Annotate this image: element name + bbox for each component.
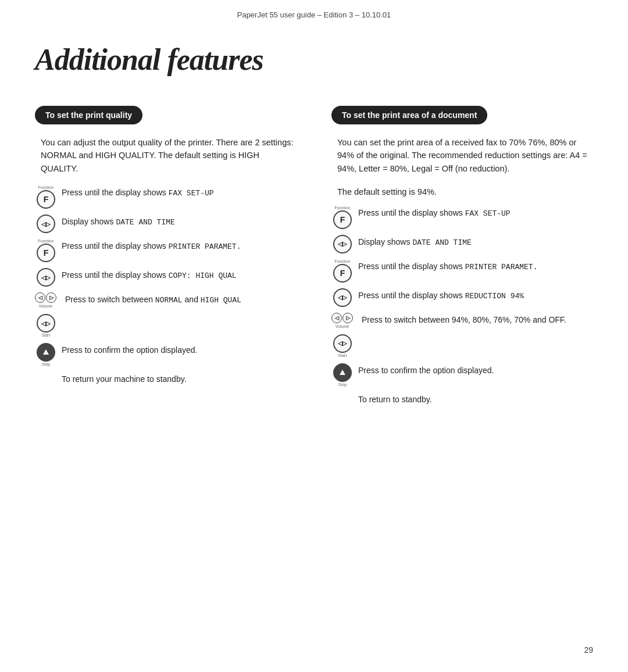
r-stop-icon-1: Stop bbox=[331, 363, 354, 387]
left-step-2: ◁▷ Display shows DATE AND TIME bbox=[35, 215, 297, 233]
right-step-3: Function F Press until the display shows… bbox=[331, 259, 593, 283]
svg-marker-0 bbox=[43, 349, 49, 355]
volume-icon-1: ◁ ▷ Volume bbox=[35, 292, 60, 308]
right-step-4: ◁▷ Press until the display shows REDUCTI… bbox=[331, 288, 593, 307]
right-intro1: You can set the print area of a received… bbox=[331, 136, 593, 175]
left-step-6: ◁▷ Start bbox=[35, 314, 297, 337]
page-header: PaperJet 55 user guide – Edition 3 – 10.… bbox=[0, 0, 628, 25]
nav-icon-1: ◁▷ bbox=[35, 215, 57, 233]
right-step-2: ◁▷ Display shows DATE AND TIME bbox=[331, 235, 593, 253]
left-step-5: ◁ ▷ Volume Press to switch between NORMA… bbox=[35, 292, 297, 308]
page-number: 29 bbox=[584, 645, 593, 655]
right-section-header: To set the print area of a document bbox=[331, 106, 487, 124]
page-title: Additional features bbox=[0, 25, 628, 106]
start-icon-1: ◁▷ Start bbox=[35, 314, 57, 337]
left-step-7: Stop Press to confirm the option display… bbox=[35, 343, 297, 366]
right-step-6: ◁▷ Start bbox=[331, 334, 593, 358]
content-area: To set the print quality You can adjust … bbox=[0, 106, 628, 412]
r-start-icon-1: ◁▷ Start bbox=[331, 334, 354, 358]
left-section-header: To set the print quality bbox=[35, 106, 142, 124]
left-step-4-text: Press until the display shows COPY: HIGH… bbox=[62, 268, 237, 282]
r-nav-icon-2: ◁▷ bbox=[331, 288, 354, 307]
left-step-8-text: To return your machine to standby. bbox=[62, 372, 187, 385]
svg-marker-1 bbox=[340, 370, 345, 375]
r-function-icon-1: Function F bbox=[331, 206, 354, 229]
r-volume-icon-1: ◁ ▷ Volume bbox=[331, 313, 357, 328]
right-step-1-text: Press until the display shows FAX SET-UP bbox=[358, 206, 511, 220]
left-step-8: To return your machine to standby. bbox=[35, 372, 297, 385]
r-function-icon-2: Function F bbox=[331, 259, 354, 283]
right-step-7: Stop Press to confirm the option display… bbox=[331, 363, 593, 387]
right-step-8: To return to standby. bbox=[331, 392, 593, 406]
left-step-4: ◁▷ Press until the display shows COPY: H… bbox=[35, 268, 297, 287]
left-step-1-text: Press until the display shows FAX SET-UP bbox=[62, 185, 214, 199]
function-icon-2: Function F bbox=[35, 239, 57, 262]
right-step-5: ◁ ▷ Volume Press to switch between 94%, … bbox=[331, 313, 593, 328]
function-icon-1: Function F bbox=[35, 185, 57, 209]
r-nav-icon-1: ◁▷ bbox=[331, 235, 354, 253]
right-step-7-text: Press to confirm the option displayed. bbox=[358, 363, 494, 377]
right-step-5-text: Press to switch between 94%, 80%, 76%, 7… bbox=[362, 313, 566, 326]
left-intro: You can adjust the output quality of the… bbox=[35, 136, 297, 175]
left-step-2-text: Display shows DATE AND TIME bbox=[62, 215, 175, 228]
right-column: To set the print area of a document You … bbox=[314, 106, 599, 412]
right-step-2-text: Display shows DATE AND TIME bbox=[358, 235, 472, 249]
left-step-7-text: Press to confirm the option displayed. bbox=[62, 343, 197, 356]
nav-icon-2: ◁▷ bbox=[35, 268, 57, 287]
right-intro2: The default setting is 94%. bbox=[331, 185, 593, 198]
right-step-4-text: Press until the display shows REDUCTION … bbox=[358, 288, 524, 302]
left-step-3: Function F Press until the display shows… bbox=[35, 239, 297, 262]
left-column: To set the print quality You can adjust … bbox=[29, 106, 314, 391]
right-step-3-text: Press until the display shows PRINTER PA… bbox=[358, 259, 537, 273]
left-step-5-text: Press to switch between NORMAL and HIGH … bbox=[65, 292, 241, 306]
right-step-1: Function F Press until the display shows… bbox=[331, 206, 593, 229]
left-step-1: Function F Press until the display shows… bbox=[35, 185, 297, 209]
stop-icon-1: Stop bbox=[35, 343, 57, 366]
right-step-8-text: To return to standby. bbox=[358, 392, 432, 406]
left-step-3-text: Press until the display shows PRINTER PA… bbox=[62, 239, 241, 253]
